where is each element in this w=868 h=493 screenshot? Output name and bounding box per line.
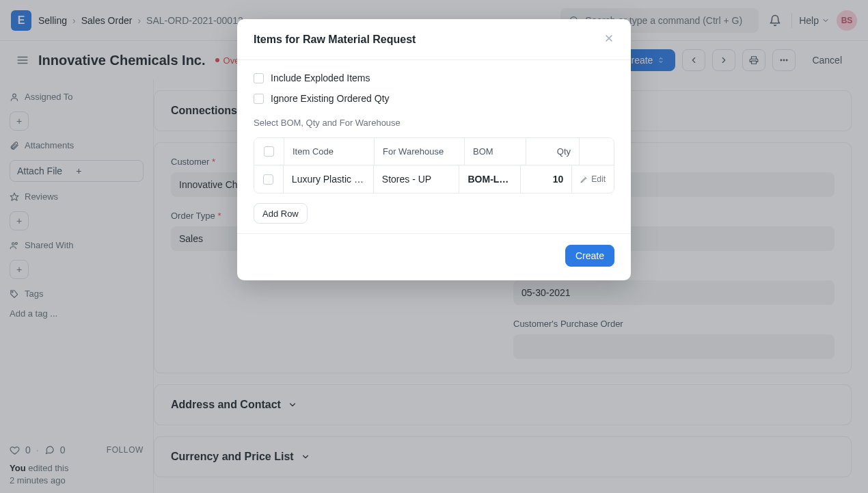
row-checkbox[interactable] [263,174,273,185]
close-icon [603,33,614,44]
table-row: Luxury Plastic Chair Stores - UP BOM-Lux… [254,165,614,193]
select-all-checkbox[interactable] [264,146,274,157]
modal-backdrop[interactable]: Items for Raw Material Request Include E… [0,0,868,493]
raw-material-request-dialog: Items for Raw Material Request Include E… [237,19,631,280]
col-bom[interactable]: BOM [465,138,526,165]
checkbox-icon [254,73,264,83]
col-for-warehouse[interactable]: For Warehouse [375,138,465,165]
col-qty[interactable]: Qty [526,138,580,165]
row-warehouse[interactable]: Stores - UP [382,174,431,185]
modal-title: Items for Raw Material Request [254,34,416,46]
ignore-existing-qty-checkbox[interactable]: Ignore Existing Ordered Qty [254,93,614,104]
row-bom[interactable]: BOM-Luxury Plastic Chair [467,174,512,185]
table-hint: Select BOM, Qty and For Warehouse [254,118,614,128]
include-exploded-checkbox[interactable]: Include Exploded Items [254,72,614,83]
col-item-code[interactable]: Item Code [284,138,375,165]
row-item-code[interactable]: Luxury Plastic Chair [292,174,365,185]
row-qty[interactable]: 10 [521,165,572,193]
items-table: Item Code For Warehouse BOM Qty . Luxury… [254,137,614,194]
modal-create-button[interactable]: Create [565,245,614,267]
close-button[interactable] [603,33,614,46]
table-header: Item Code For Warehouse BOM Qty . [254,138,614,165]
add-row-button[interactable]: Add Row [254,203,308,224]
checkbox-icon [254,94,264,104]
edit-row-button[interactable]: Edit [572,165,614,193]
pencil-icon [580,175,588,183]
